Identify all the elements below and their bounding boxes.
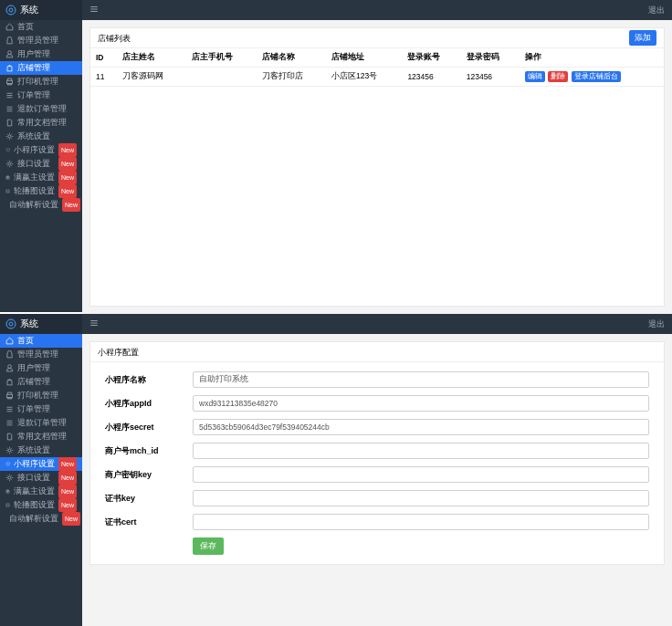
brand-text: 系统 <box>20 0 38 20</box>
config-form: 小程序名称小程序appId小程序secret商户号mch_id商户密钥key证书… <box>90 362 664 564</box>
sidebar-item-label: 店铺管理 <box>17 375 50 389</box>
content: 小程序配置 小程序名称小程序appId小程序secret商户号mch_id商户密… <box>82 334 672 626</box>
svg-point-3 <box>9 322 13 326</box>
new-badge: New <box>58 457 77 471</box>
svg-point-0 <box>6 5 16 15</box>
table-row: 11 刀客源码网 刀客打印店 小店区123号 123456 123456 编辑 … <box>90 68 664 87</box>
sidebar-item-label: 首页 <box>17 334 34 348</box>
login-shop-button[interactable]: 登录店铺后台 <box>572 71 621 82</box>
sidebar-item-首页[interactable]: 首页 <box>0 20 82 34</box>
sidebar-item-轮播图设置[interactable]: 轮播图设置New <box>0 184 82 198</box>
sidebar-item-管理员管理[interactable]: 管理员管理 <box>0 34 82 47</box>
new-badge: New <box>58 498 77 512</box>
sidebar-item-系统设置[interactable]: 系统设置 <box>0 130 82 143</box>
print-icon <box>5 391 14 400</box>
delete-button[interactable]: 删除 <box>548 71 568 82</box>
sidebar-item-系统设置[interactable]: 系统设置 <box>0 443 82 457</box>
sidebar-item-用户管理[interactable]: 用户管理 <box>0 361 82 375</box>
sidebar-item-label: 小程序设置 <box>14 457 55 471</box>
sidebar-item-接口设置[interactable]: 接口设置New <box>0 471 82 485</box>
sidebar-item-label: 退款订单管理 <box>17 416 67 430</box>
sidebar-item-自动解析设置[interactable]: 自动解析设置New <box>0 512 82 526</box>
sidebar-item-店铺管理[interactable]: 店铺管理 <box>0 375 82 389</box>
col-header: ID <box>90 48 117 68</box>
sidebar-item-label: 轮播图设置 <box>14 498 55 512</box>
证书cert-input[interactable] <box>193 514 649 530</box>
sidebar-item-label: 小程序设置 <box>14 143 55 157</box>
add-button[interactable]: 添加 <box>629 30 656 46</box>
小程序secret-input[interactable] <box>193 419 649 435</box>
sidebar-item-label: 订单管理 <box>17 402 50 416</box>
hamburger-icon[interactable] <box>89 5 99 16</box>
小程序appId-input[interactable] <box>193 395 649 412</box>
sidebar-item-订单管理[interactable]: 订单管理 <box>0 402 82 416</box>
content: 店铺列表 添加 ID店主姓名店主手机号店铺名称店铺地址登录账号登录密码操作 11… <box>82 20 672 314</box>
form-row: 小程序名称 <box>105 371 649 388</box>
sidebar-menu: 首页管理员管理用户管理店铺管理打印机管理订单管理退款订单管理常用文档管理系统设置… <box>0 334 82 526</box>
sidebar-item-打印机管理[interactable]: 打印机管理 <box>0 75 82 89</box>
sidebar-item-满赢主设置[interactable]: 满赢主设置New <box>0 171 82 184</box>
list-icon <box>5 405 14 413</box>
sidebar-item-管理员管理[interactable]: 管理员管理 <box>0 348 82 361</box>
sidebar-item-常用文档管理[interactable]: 常用文档管理 <box>0 116 82 130</box>
hamburger-icon[interactable] <box>89 318 99 329</box>
sidebar-item-label: 用户管理 <box>17 361 50 375</box>
sidebar-item-退款订单管理[interactable]: 退款订单管理 <box>0 102 82 116</box>
gear-icon <box>5 446 14 454</box>
sidebar-item-小程序设置[interactable]: 小程序设置New <box>0 457 82 471</box>
svg-point-1 <box>9 8 13 12</box>
doc-icon <box>5 119 14 127</box>
gift-icon <box>5 173 10 182</box>
panel-padding <box>90 87 664 306</box>
sidebar-item-label: 打印机管理 <box>17 75 58 89</box>
cell-phone <box>186 68 256 87</box>
证书key-input[interactable] <box>193 490 649 506</box>
商户号mch_id-input[interactable] <box>193 443 649 459</box>
sidebar-item-label: 自动解析设置 <box>9 512 58 526</box>
user-icon <box>5 364 14 372</box>
app-bottom: 系统 首页管理员管理用户管理店铺管理打印机管理订单管理退款订单管理常用文档管理系… <box>0 314 672 626</box>
logout-link[interactable]: 退出 <box>648 5 665 16</box>
cell-shop: 刀客打印店 <box>257 68 326 87</box>
sidebar-item-label: 系统设置 <box>17 130 50 143</box>
sidebar-item-店铺管理[interactable]: 店铺管理 <box>0 61 82 75</box>
sidebar-item-满赢主设置[interactable]: 满赢主设置New <box>0 485 82 498</box>
sidebar-brand: 系统 <box>0 314 82 334</box>
商户密钥key-input[interactable] <box>193 466 649 483</box>
sidebar-item-常用文档管理[interactable]: 常用文档管理 <box>0 430 82 443</box>
sidebar-item-小程序设置[interactable]: 小程序设置New <box>0 143 82 157</box>
form-label: 小程序appId <box>105 398 193 410</box>
sidebar-item-打印机管理[interactable]: 打印机管理 <box>0 389 82 402</box>
sidebar-item-自动解析设置[interactable]: 自动解析设置New <box>0 198 82 212</box>
form-row: 小程序appId <box>105 395 649 412</box>
cell-name: 刀客源码网 <box>117 68 186 87</box>
sidebar-item-label: 满赢主设置 <box>14 485 55 498</box>
小程序名称-input[interactable] <box>193 371 649 388</box>
new-badge: New <box>58 485 77 498</box>
save-button[interactable]: 保存 <box>193 537 224 555</box>
edit-button[interactable]: 编辑 <box>525 71 545 82</box>
sidebar-brand: 系统 <box>0 0 82 20</box>
sidebar-item-label: 常用文档管理 <box>17 116 67 130</box>
sidebar-item-退款订单管理[interactable]: 退款订单管理 <box>0 416 82 430</box>
form-label: 商户号mch_id <box>105 445 193 457</box>
cell-acct: 123456 <box>402 68 460 87</box>
col-header: 登录密码 <box>461 48 520 68</box>
sidebar-item-订单管理[interactable]: 订单管理 <box>0 89 82 102</box>
panel-header: 店铺列表 添加 <box>90 28 664 48</box>
cell-ops: 编辑 删除 登录店铺后台 <box>520 68 664 87</box>
col-header: 登录账号 <box>402 48 460 68</box>
new-badge: New <box>62 198 80 212</box>
sidebar-item-label: 用户管理 <box>17 47 50 61</box>
home-icon <box>5 337 14 345</box>
gift-icon <box>5 487 10 496</box>
sidebar-item-用户管理[interactable]: 用户管理 <box>0 47 82 61</box>
logout-link[interactable]: 退出 <box>648 318 665 330</box>
sidebar-item-首页[interactable]: 首页 <box>0 334 82 348</box>
form-row: 证书cert <box>105 514 649 530</box>
content-padding <box>89 565 665 626</box>
sidebar-item-轮播图设置[interactable]: 轮播图设置New <box>0 498 82 512</box>
doc-icon <box>5 433 14 441</box>
new-badge: New <box>58 471 77 485</box>
sidebar-item-接口设置[interactable]: 接口设置New <box>0 157 82 171</box>
